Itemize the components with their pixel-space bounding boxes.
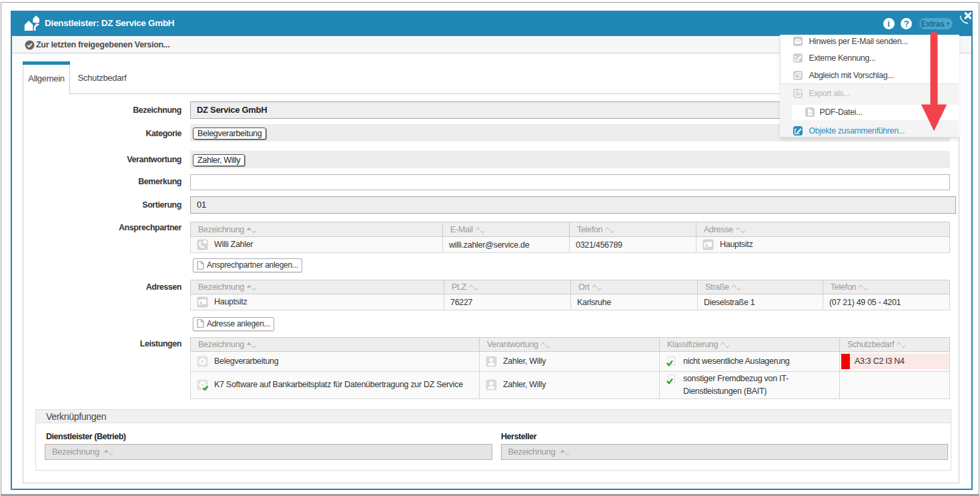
svg-text:PDF: PDF	[809, 111, 814, 114]
